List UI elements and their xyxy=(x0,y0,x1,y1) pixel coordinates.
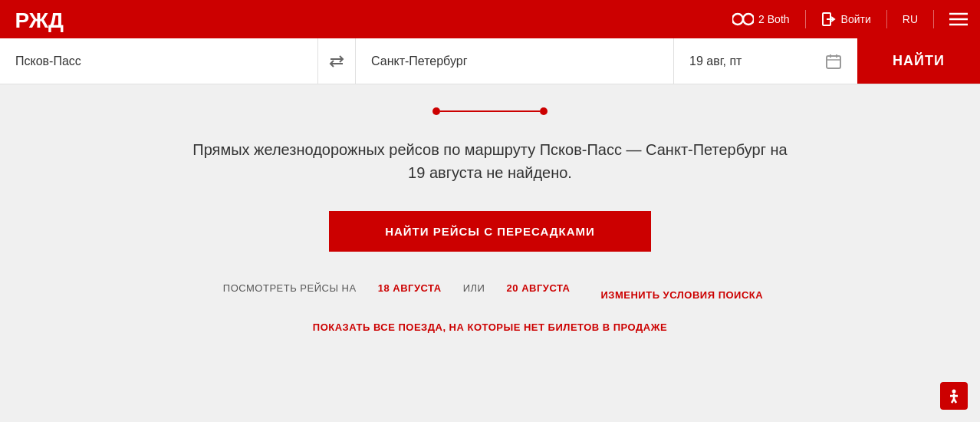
alt-dates-row: ПОСМОТРЕТЬ РЕЙСЫ НА 18 АВГУСТА ИЛИ 20 АВ… xyxy=(217,282,763,308)
alt-dates-text: ПОСМОТРЕТЬ РЕЙСЫ НА 18 АВГУСТА ИЛИ 20 АВ… xyxy=(217,282,571,294)
accessibility-toggle-button[interactable]: 2 Both xyxy=(732,12,789,26)
progress-indicator xyxy=(432,107,548,115)
find-button[interactable]: НАЙТИ xyxy=(857,38,980,84)
dot-start xyxy=(432,107,440,115)
svg-point-1 xyxy=(732,14,743,25)
hamburger-icon xyxy=(949,12,968,26)
logo: РЖД xyxy=(12,5,66,34)
header-actions: 2 Both Войти RU xyxy=(732,10,968,28)
glasses-icon xyxy=(732,12,754,26)
svg-line-19 xyxy=(954,399,956,403)
no-results-message: Прямых железнодорожных рейсов по маршрут… xyxy=(191,138,789,184)
svg-point-15 xyxy=(952,390,956,394)
from-input[interactable] xyxy=(0,38,317,84)
svg-point-2 xyxy=(743,14,754,25)
accessibility-icon xyxy=(946,388,962,404)
divider-1 xyxy=(805,10,806,28)
show-all-link[interactable]: ПОКАЗАТЬ ВСЕ ПОЕЗДА, НА КОТОРЫЕ НЕТ БИЛЕ… xyxy=(313,321,667,333)
svg-rect-11 xyxy=(827,56,840,68)
menu-button[interactable] xyxy=(949,12,968,26)
accessibility-label: 2 Both xyxy=(758,13,789,25)
divider-3 xyxy=(933,10,934,28)
alt-date2-link[interactable]: 20 АВГУСТА xyxy=(507,282,571,294)
date-picker[interactable]: 19 авг, пт xyxy=(673,38,857,84)
calendar-icon xyxy=(825,53,842,70)
alt-date1-link[interactable]: 18 АВГУСТА xyxy=(378,282,442,294)
language-label: RU xyxy=(903,13,918,25)
header: РЖД 2 Both Войти RU xyxy=(0,0,980,38)
change-search-link[interactable]: ИЗМЕНИТЬ УСЛОВИЯ ПОИСКА xyxy=(600,289,763,301)
swap-icon xyxy=(328,54,345,68)
login-button[interactable]: Войти xyxy=(821,12,871,27)
svg-text:РЖД: РЖД xyxy=(15,8,64,32)
find-transfers-label: НАЙТИ РЕЙСЫ С ПЕРЕСАДКАМИ xyxy=(385,225,595,238)
divider-2 xyxy=(886,10,887,28)
rzd-logo-icon: РЖД xyxy=(12,5,66,34)
login-icon xyxy=(821,12,837,27)
alt-dates-or: ИЛИ xyxy=(463,282,485,294)
find-label: НАЙТИ xyxy=(893,53,945,68)
swap-button[interactable] xyxy=(317,38,356,84)
dot-line xyxy=(440,110,540,112)
dot-end xyxy=(540,107,548,115)
search-bar: 19 авг, пт НАЙТИ xyxy=(0,38,980,84)
alt-dates-prefix: ПОСМОТРЕТЬ РЕЙСЫ НА xyxy=(223,282,357,294)
language-button[interactable]: RU xyxy=(903,13,918,25)
to-input[interactable] xyxy=(356,38,673,84)
date-value: 19 авг, пт xyxy=(689,54,742,68)
main-content: Прямых железнодорожных рейсов по маршрут… xyxy=(0,84,980,356)
find-transfers-button[interactable]: НАЙТИ РЕЙСЫ С ПЕРЕСАДКАМИ xyxy=(329,211,651,252)
login-label: Войти xyxy=(841,13,871,25)
accessibility-badge xyxy=(940,382,968,410)
